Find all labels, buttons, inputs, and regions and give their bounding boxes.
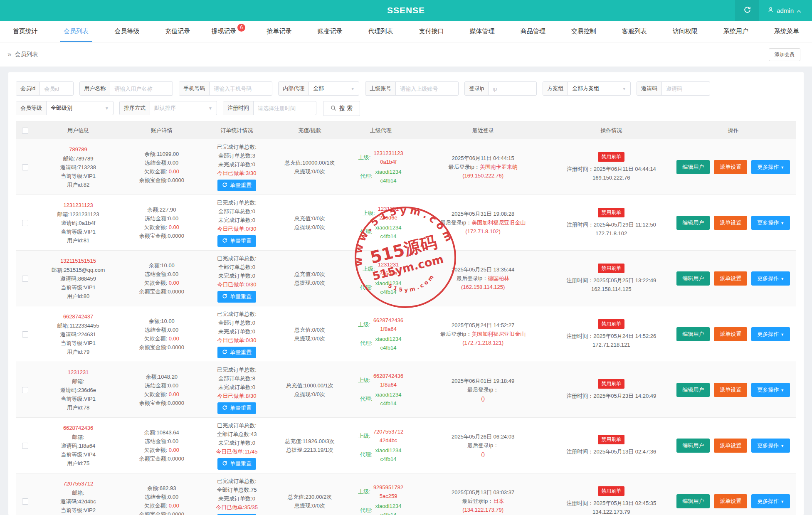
dispatch-settings-button[interactable]: 派单设置	[714, 327, 747, 341]
edit-user-button[interactable]: 编辑用户	[676, 160, 710, 174]
filter-select-sort-order[interactable]: 默认排序▼	[150, 101, 217, 115]
dispatch-settings-button[interactable]: 派单设置	[714, 494, 747, 508]
cell-operation-status: 禁用刷单注册时间：2025年05月23日 14:20:49	[552, 362, 671, 418]
nav-tab-system-menu[interactable]: 系统菜单	[761, 21, 812, 42]
refresh-icon	[743, 6, 751, 15]
filter-input-login-ip[interactable]	[489, 82, 536, 95]
edit-user-button[interactable]: 编辑用户	[676, 439, 710, 453]
select-all-checkbox[interactable]	[22, 128, 28, 134]
cell-parent-agent: 上级:66287424361f8a64代理:xiaodi1234c4fb14	[347, 306, 414, 362]
row-checkbox[interactable]	[22, 443, 28, 449]
user-id[interactable]: 6628742436	[35, 424, 121, 432]
agent-value: c4fb14	[375, 176, 402, 185]
filter-input-username[interactable]	[110, 82, 173, 95]
user-id[interactable]: 1231231123	[35, 201, 121, 209]
badge-row: 禁用刷单	[553, 152, 670, 162]
dispatch-settings-button[interactable]: 派单设置	[714, 439, 747, 453]
cell-account-detail: 余额:10.00冻结金额:0.00欠款金额: 0.00余额宝金额:0.0000	[122, 306, 201, 362]
button-label: 派单设置	[720, 498, 741, 504]
row-checkbox[interactable]	[22, 164, 28, 170]
row-checkbox[interactable]	[22, 498, 28, 505]
nav-tab-system-users[interactable]: 系统用户	[711, 21, 761, 42]
button-label: 编辑用户	[682, 442, 704, 448]
nav-tab-payment-api[interactable]: 支付接口	[406, 21, 457, 42]
filter-input-phone[interactable]	[210, 82, 272, 95]
nav-tab-access-rights[interactable]: 访问权限	[660, 21, 711, 42]
nav-tab-member-list[interactable]: 会员列表	[51, 21, 101, 42]
order-stat-line: 已完成订单总数:	[202, 365, 271, 374]
nav-tab-withdraw-records[interactable]: 提现记录6	[203, 21, 254, 42]
more-actions-button[interactable]: 更多操作▼	[751, 383, 790, 397]
reset-order-count-button[interactable]: 单量重置	[217, 458, 256, 470]
filter-input-register-time[interactable]	[254, 101, 316, 115]
nav-tab-grab-order-records[interactable]: 抢单记录	[254, 21, 304, 42]
filter-select-member-level[interactable]: 全部级别▼	[47, 101, 113, 115]
more-actions-button[interactable]: 更多操作▼	[751, 216, 790, 230]
dispatch-settings-button[interactable]: 派单设置	[714, 160, 747, 174]
user-id[interactable]: 789789	[35, 145, 121, 154]
nav-tab-home-stats[interactable]: 首页统计	[0, 21, 51, 42]
filter-input-parent-account[interactable]	[396, 82, 458, 95]
edit-user-button[interactable]: 编辑用户	[676, 494, 710, 508]
order-stat-line: 未完成订单数:0	[202, 439, 271, 447]
dispatch-settings-button[interactable]: 派单设置	[714, 216, 747, 230]
more-actions-button[interactable]: 更多操作▼	[751, 494, 790, 508]
nav-tab-agent-list[interactable]: 代理列表	[355, 21, 406, 42]
refresh-button[interactable]	[735, 0, 759, 21]
notification-badge: 6	[237, 24, 245, 32]
edit-user-button[interactable]: 编辑用户	[676, 271, 710, 286]
user-info-line: 邮箱:	[35, 433, 121, 441]
edit-user-button[interactable]: 编辑用户	[676, 327, 710, 341]
more-actions-button[interactable]: 更多操作▼	[751, 271, 790, 286]
nav-tab-media-manage[interactable]: 媒体管理	[457, 21, 508, 42]
filter-login-ip: 登录ip	[464, 81, 537, 96]
filter-select-plan-group[interactable]: 全部方案组▼	[568, 82, 630, 95]
reset-order-count-button[interactable]: 单量重置	[217, 402, 256, 414]
nav-tab-trade-control[interactable]: 交易控制	[558, 21, 609, 42]
nav-tab-product-manage[interactable]: 商品管理	[508, 21, 558, 42]
button-label: 更多操作	[757, 442, 779, 448]
more-actions-button[interactable]: 更多操作▼	[751, 439, 790, 453]
user-menu[interactable]: admin	[759, 7, 812, 14]
register-ip-line: 172.71.8.102	[553, 229, 670, 238]
balance-line: 余额:227.90	[123, 205, 200, 214]
more-actions-button[interactable]: 更多操作▼	[751, 160, 790, 174]
reset-order-count-button[interactable]: 单量重置	[217, 347, 256, 358]
user-id[interactable]: 1231231	[35, 368, 121, 377]
nav-tab-member-level[interactable]: 会员等级	[101, 21, 152, 42]
user-id[interactable]: 6628742437	[35, 312, 121, 321]
row-checkbox[interactable]	[22, 387, 28, 393]
row-checkbox[interactable]	[22, 331, 28, 338]
agent-values: xiaodi1234c4fb14	[375, 502, 402, 515]
agent-values: 1231231236d6e	[378, 260, 399, 278]
dispatch-settings-button[interactable]: 派单设置	[714, 271, 747, 286]
filter-input-invite-code[interactable]	[662, 82, 710, 95]
nav-tab-recharge-records[interactable]: 充值记录	[152, 21, 203, 42]
add-member-button[interactable]: 添加会员	[769, 48, 800, 61]
row-checkbox[interactable]	[22, 276, 28, 282]
filter-invite-code: 邀请码	[637, 81, 710, 96]
nav-tab-service-list[interactable]: 客服列表	[609, 21, 660, 42]
reset-order-count-button[interactable]: 单量重置	[217, 291, 256, 303]
user-info-line: 当前等级:VIP2	[35, 506, 121, 515]
agent-value: 42d4bc	[373, 436, 403, 445]
user-id[interactable]: 7207553712	[35, 479, 121, 488]
button-label: 更多操作	[757, 498, 779, 504]
filter-input-member-id[interactable]	[40, 82, 73, 95]
reset-order-count-button[interactable]: 单量重置	[217, 235, 256, 247]
edit-user-button[interactable]: 编辑用户	[676, 383, 710, 397]
reset-order-count-button[interactable]: 单量重置	[217, 180, 256, 191]
filter-select-internal-agent[interactable]: 全部▼	[309, 82, 359, 95]
dispatch-settings-button[interactable]: 派单设置	[714, 383, 747, 397]
cell-last-login: 2025年06月11日 04:44:15最后登录ip：美国南卡罗来纳(169.1…	[414, 139, 552, 195]
button-label: 更多操作	[757, 164, 779, 170]
more-actions-button[interactable]: 更多操作▼	[751, 327, 790, 341]
search-button[interactable]: 搜 索	[323, 101, 360, 116]
parent-group: 上级:92959517825ac259	[348, 483, 413, 500]
edit-user-button[interactable]: 编辑用户	[676, 216, 710, 230]
cell-operation-status: 禁用刷单注册时间：2025年05月24日 14:52:26172.71.218.…	[552, 306, 671, 362]
user-id[interactable]: 132115151515	[35, 256, 121, 265]
nav-tab-balance-change-records[interactable]: 账变记录	[304, 21, 355, 42]
row-checkbox[interactable]	[22, 220, 28, 226]
user-info-line: 当前等级:VIP4	[35, 450, 121, 459]
